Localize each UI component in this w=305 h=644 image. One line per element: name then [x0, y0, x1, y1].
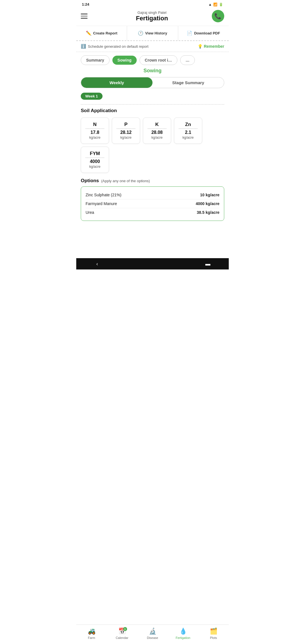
tab-sowing[interactable]: Sowing [112, 56, 137, 65]
nutrient-card-k: K 28.08 kg/acre [143, 118, 171, 144]
nutrient-value-fym: 4000 [86, 159, 104, 164]
option-value-2: 38.5 kg/acre [197, 210, 219, 215]
option-value-1: 4000 kg/acre [196, 201, 219, 206]
tab-crown-root[interactable]: Crown root i… [140, 55, 177, 65]
user-name: Gajraj singh Patel [136, 10, 168, 15]
view-toggle: Weekly Stage Summary [81, 77, 224, 88]
bulb-icon: 💡 [198, 44, 202, 49]
status-bar: 1:24 ▲ 📶 🔋 [76, 0, 229, 8]
info-icon: ℹ️ [81, 44, 86, 49]
schedule-text: Schedule generated on default report [88, 44, 149, 49]
options-title: Options [81, 178, 99, 184]
divider [81, 104, 224, 105]
option-row-2: Urea 38.5 kg/acre [86, 208, 219, 217]
content-section: Soil Application N 17.8 kg/acre P 28.12 … [76, 108, 229, 221]
tabs-section: Summary Sowing Crown root i… … Sowing [76, 52, 229, 75]
nutrient-card-p: P 28.12 kg/acre [112, 118, 140, 144]
create-icon: ✏️ [86, 31, 91, 36]
option-value-0: 10 kg/acre [200, 193, 220, 197]
nutrient-unit-k: kg/acre [148, 136, 166, 140]
signal-icon: 📶 [213, 3, 217, 6]
nutrient-grid: N 17.8 kg/acre P 28.12 kg/acre K 28.08 k… [81, 118, 224, 173]
tab-summary[interactable]: Summary [81, 55, 110, 65]
nutrient-value-zn: 2.1 [179, 130, 197, 135]
options-card: Zinc Sulphate (21%) 10 kg/acre Farmyard … [81, 186, 224, 221]
nutrient-label-zn: Zn [179, 122, 197, 127]
create-report-button[interactable]: ✏️ Create Report [76, 26, 127, 40]
support-icon: 📞 [214, 13, 221, 19]
menu-button[interactable] [81, 10, 92, 22]
nutrient-value-n: 17.8 [86, 130, 104, 135]
support-button[interactable]: 📞 [212, 10, 224, 22]
wifi-icon: ▲ [208, 3, 212, 6]
option-row-1: Farmyard Manure 4000 kg/acre [86, 199, 219, 208]
pdf-icon: 📄 [187, 31, 192, 36]
options-subtitle: (Apply any one of the options) [101, 179, 150, 183]
view-history-button[interactable]: 🕐 View History [127, 26, 178, 40]
option-name-1: Farmyard Manure [86, 201, 117, 206]
option-row-0: Zinc Sulphate (21%) 10 kg/acre [86, 191, 219, 199]
battery-icon: 🔋 [219, 3, 223, 6]
history-icon: 🕐 [138, 31, 143, 36]
create-report-label: Create Report [93, 31, 117, 35]
nutrient-value-p: 28.12 [117, 130, 135, 135]
app-header: Gajraj singh Patel Fertigation 📞 [76, 8, 229, 26]
view-history-label: View History [145, 31, 167, 35]
home-button[interactable]: ▬ [204, 260, 212, 268]
option-name-2: Urea [86, 210, 94, 215]
info-bar: ℹ️ Schedule generated on default report … [76, 41, 229, 52]
back-button[interactable]: ‹ [93, 260, 101, 268]
week-badge: Week 1 [81, 93, 103, 100]
nutrient-unit-zn: kg/acre [179, 136, 197, 140]
action-bar: ✏️ Create Report 🕐 View History 📄 Downlo… [76, 26, 229, 41]
nutrient-card-fym: FYM 4000 kg/acre [81, 147, 109, 173]
nutrient-unit-n: kg/acre [86, 136, 104, 140]
tab-more[interactable]: … [180, 55, 195, 65]
stage-summary-button[interactable]: Stage Summary [152, 77, 224, 88]
option-name-0: Zinc Sulphate (21%) [86, 193, 121, 197]
stage-title: Sowing [81, 65, 224, 75]
nutrient-unit-p: kg/acre [117, 136, 135, 140]
download-pdf-button[interactable]: 📄 Download PDF [178, 26, 229, 40]
status-icons: ▲ 📶 🔋 [208, 3, 223, 6]
schedule-info: ℹ️ Schedule generated on default report [81, 44, 149, 49]
page-title: Fertigation [136, 15, 168, 22]
options-header: Options (Apply any one of the options) [81, 178, 224, 184]
nutrient-unit-fym: kg/acre [86, 165, 104, 169]
nutrient-label-p: P [117, 122, 135, 127]
download-pdf-label: Download PDF [194, 31, 220, 35]
nutrient-label-k: K [148, 122, 166, 127]
nutrient-value-k: 28.08 [148, 130, 166, 135]
nutrient-card-zn: Zn 2.1 kg/acre [174, 118, 202, 144]
tabs-row: Summary Sowing Crown root i… … [81, 55, 224, 65]
remember-label: Remember [204, 44, 224, 49]
remember-button[interactable]: 💡 Remember [198, 44, 224, 49]
nutrient-label-fym: FYM [86, 151, 104, 156]
nutrient-label-n: N [86, 122, 104, 127]
weekly-button[interactable]: Weekly [81, 77, 152, 88]
time: 1:24 [82, 2, 89, 6]
nutrient-card-n: N 17.8 kg/acre [81, 118, 109, 144]
soil-application-title: Soil Application [81, 108, 224, 114]
system-nav: ‹ ▬ [76, 258, 229, 269]
header-center: Gajraj singh Patel Fertigation [136, 10, 168, 22]
